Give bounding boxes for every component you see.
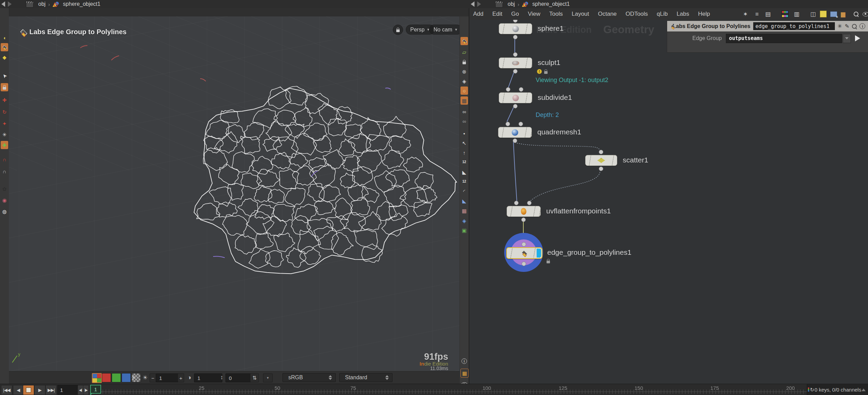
primitive-numbers-icon[interactable]: 12 [460,177,468,186]
display-flag[interactable] [537,249,541,258]
node-connector-dot[interactable] [506,87,510,92]
show-guides-icon[interactable]: ∞ [460,107,468,116]
scene-viewport[interactable] [9,16,459,371]
node-connector-dot[interactable] [521,218,526,222]
profile-curves-icon[interactable]: ◜ [460,187,468,195]
breadcrumb-node[interactable]: sphere_object1 [61,1,102,7]
search-icon[interactable] [852,24,857,29]
playhead-marker[interactable]: 1 [90,385,101,394]
forward-icon[interactable] [8,1,12,7]
channel-scope-icon[interactable]: ↻ [810,387,814,393]
back-icon[interactable] [1,1,5,7]
node-body[interactable] [585,155,617,166]
node-body[interactable] [498,127,532,138]
exposure-minus-button[interactable]: − [150,373,156,382]
snapshot-compare-icon[interactable]: ▦ [460,369,469,378]
step-forward-button[interactable]: |▶ [83,385,89,395]
node-connector-dot[interactable] [522,262,526,266]
viewport-canvas[interactable] [9,16,459,371]
texture-view-icon[interactable]: ▦ [460,207,468,215]
play-forward-button[interactable]: ▶ [34,385,45,395]
breadcrumb-node[interactable]: sphere_object1 [530,1,571,7]
menu-item[interactable]: Go [507,11,524,17]
bg-scheme-red-swatch[interactable] [102,373,111,382]
breadcrumb-root[interactable]: obj [36,1,47,7]
headlight-only-icon[interactable]: ◈ [460,77,468,85]
node-name-field[interactable]: edge_group_to_polylines1 [753,22,835,30]
camera-lock-button[interactable] [393,25,403,35]
normal-lighting-icon[interactable]: ○ [460,87,468,95]
node-connector-dot[interactable] [519,87,523,92]
menu-item[interactable]: qLib [652,11,672,17]
menu-item[interactable]: View [523,11,545,17]
network-editor[interactable]: Indie Edition Geometry sphere1 [469,20,868,384]
view-mask-icon[interactable]: ◉ [1,196,8,204]
correction-dropdown-button[interactable]: ▼ [263,373,273,382]
exposure-plus-button[interactable]: + [178,373,184,382]
flipbook-icon[interactable]: ◍ [1,207,8,215]
gear-icon[interactable]: ✳ [838,23,842,29]
node-connector-dot[interactable] [513,35,518,39]
render-tools-icon[interactable]: ✿ [1,185,8,193]
snap-magnet-icon[interactable]: ∩ [1,155,8,163]
snap-points-icon[interactable]: ∩ [1,167,8,175]
node-connector-dot[interactable] [513,104,518,108]
breadcrumb-root[interactable]: obj [506,1,517,7]
bg-scheme-multi-swatch[interactable] [92,373,102,383]
play-reverse-button[interactable]: ◀ [13,385,24,395]
jump-to-start-button[interactable]: |◀◀ [1,385,12,395]
exposure-field[interactable]: 1 [156,373,181,382]
viewport-info-icon[interactable]: i [460,357,468,365]
parameter-menu-button[interactable] [843,34,851,43]
node-connector-dot[interactable] [506,122,510,126]
menu-item[interactable]: ODTools [621,11,652,17]
node-body[interactable] [499,92,532,103]
current-frame-field[interactable]: 1 [57,385,79,395]
expand-triangle-icon[interactable] [862,389,866,391]
forward-icon[interactable] [477,1,481,7]
handles-tool-icon[interactable]: ✚ [1,141,8,149]
translate-tool-icon[interactable]: ✚ [1,96,8,104]
menu-item[interactable]: Octane [594,11,621,17]
menu-item[interactable]: Add [469,11,488,17]
menu-item[interactable]: Help [694,11,715,17]
step-back-button[interactable]: ◀| [78,385,83,395]
secure-selection-icon[interactable] [1,83,8,91]
node-connector-dot[interactable] [519,122,523,126]
wireframe-overlay-icon[interactable]: ▱ [460,48,468,56]
network-snapshot-icon[interactable] [495,1,503,8]
node-body[interactable] [507,206,541,217]
material-shading-icon[interactable]: ▩ [460,96,468,105]
brightness-icon[interactable]: ✳▼ [130,373,139,382]
brush-icon[interactable]: ✎ [845,23,849,29]
jump-to-end-button[interactable]: ▶▶| [45,385,57,395]
menu-item[interactable]: Labs [672,11,694,17]
stop-button[interactable] [23,385,34,395]
node-connector-dot[interactable] [513,52,518,57]
node-connector-dot[interactable] [513,139,517,143]
point-numbers-icon[interactable]: 12 [460,158,468,166]
node-connector-dot[interactable] [522,242,526,247]
adaptation-button[interactable]: ⇅ [250,373,259,382]
shaded-mode-icon[interactable] [460,37,468,45]
node-body[interactable] [499,23,532,34]
box-tool-icon[interactable]: ◆ [1,53,8,61]
bg-scheme-green-swatch[interactable] [112,373,121,382]
camera-menu[interactable]: No cam▼ [429,25,462,35]
point-trail-icon[interactable]: ↑ [460,148,468,157]
select-tool-icon[interactable]: ➤ [1,72,8,80]
selection-visibility-icon[interactable]: ⊗ [460,67,468,76]
point-normals-icon[interactable]: ↖ [460,139,468,147]
node-connector-dot[interactable] [599,150,603,154]
uv-overlay-icon[interactable]: ◣ [460,197,468,205]
node-connector-dot[interactable] [599,167,603,171]
back-icon[interactable] [471,1,474,7]
node-connector-dot[interactable] [514,201,519,205]
pose-tool-icon[interactable]: ✳ [1,130,8,139]
modeler-tool-icon[interactable]: ◖ [1,34,8,42]
gamma-field[interactable]: 0 [225,373,251,382]
info-icon[interactable]: i [859,23,865,29]
guides-options-icon[interactable]: ∞ [460,117,468,125]
scale-tool-icon[interactable]: ✦ [1,119,8,128]
menu-item[interactable]: Tools [545,11,567,17]
